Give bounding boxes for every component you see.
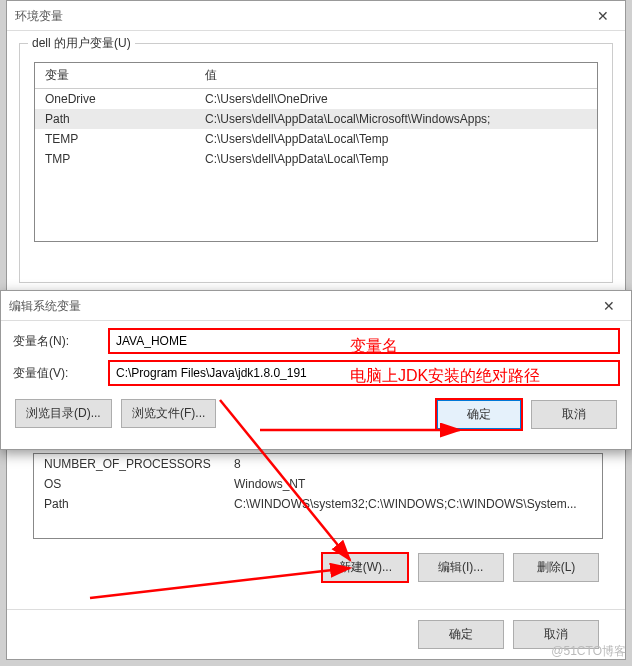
table-row: PathC:\WINDOWS\system32;C:\WINDOWS;C:\WI… [34, 494, 602, 514]
browse-file-button[interactable]: 浏览文件(F)... [121, 399, 216, 428]
env-ok-button[interactable]: 确定 [418, 620, 504, 649]
edit-dialog-title-bar: 编辑系统变量 ✕ [1, 291, 631, 321]
new-button[interactable]: 新建(W)... [322, 553, 408, 582]
close-icon[interactable]: ✕ [595, 291, 623, 321]
watermark: @51CTO博客 [551, 643, 626, 660]
var-value-input[interactable] [109, 361, 619, 385]
edit-ok-button[interactable]: 确定 [436, 399, 522, 430]
table-row: OSWindows_NT [34, 474, 602, 494]
var-value-label: 变量值(V): [13, 365, 109, 382]
delete-button[interactable]: 删除(L) [513, 553, 599, 582]
table-row: OneDriveC:\Users\dell\OneDrive [35, 89, 597, 110]
user-vars-group-label: dell 的用户变量(U) [28, 35, 135, 52]
table-row: PathC:\Users\dell\AppData\Local\Microsof… [35, 109, 597, 129]
browse-dir-button[interactable]: 浏览目录(D)... [15, 399, 112, 428]
table-row: TEMPC:\Users\dell\AppData\Local\Temp [35, 129, 597, 149]
var-name-label: 变量名(N): [13, 333, 109, 350]
edit-button[interactable]: 编辑(I)... [418, 553, 504, 582]
table-row: TMPC:\Users\dell\AppData\Local\Temp [35, 149, 597, 169]
col-val: 值 [195, 63, 597, 89]
table-row: NUMBER_OF_PROCESSORS8 [34, 454, 602, 474]
close-icon[interactable]: ✕ [589, 1, 617, 31]
edit-cancel-button[interactable]: 取消 [531, 400, 617, 429]
env-dialog-title-bar: 环境变量 ✕ [7, 1, 625, 31]
var-name-input[interactable] [109, 329, 619, 353]
user-vars-table[interactable]: 变量 值 OneDriveC:\Users\dell\OneDrive Path… [34, 62, 598, 242]
system-vars-table[interactable]: NUMBER_OF_PROCESSORS8 OSWindows_NT PathC… [34, 454, 602, 514]
edit-dialog-title: 编辑系统变量 [9, 291, 81, 321]
env-dialog-title: 环境变量 [15, 1, 63, 31]
col-var: 变量 [35, 63, 195, 89]
